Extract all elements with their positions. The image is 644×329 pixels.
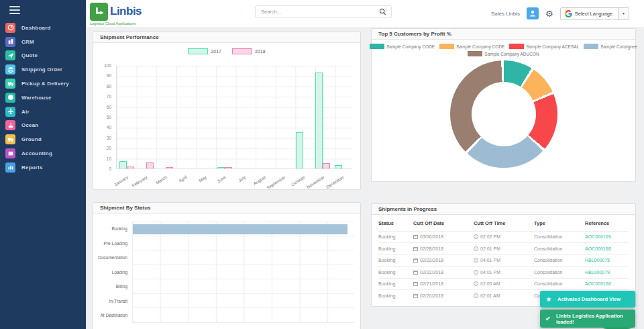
status-row-billing: Billing bbox=[93, 279, 354, 294]
status-row-booking: Booking bbox=[93, 222, 354, 236]
cell-date: 02/21/2018 bbox=[420, 281, 443, 286]
bar-plot bbox=[116, 66, 352, 169]
chart-legend: 20172018 bbox=[93, 47, 360, 55]
donut-legend-item[interactable]: Sample Company CODE bbox=[370, 44, 435, 49]
calendar-icon bbox=[413, 271, 418, 275]
settings-gear-icon[interactable]: ⚙ bbox=[545, 9, 553, 18]
column-header[interactable]: Status bbox=[378, 216, 413, 231]
bar-2017[interactable] bbox=[217, 167, 225, 169]
cell-date: 03/06/2018 bbox=[420, 234, 443, 239]
language-label: Select Language bbox=[575, 11, 618, 17]
legend-swatch bbox=[468, 51, 482, 56]
reference-link[interactable]: AOC000168 bbox=[585, 246, 611, 251]
bar-2018[interactable] bbox=[127, 167, 134, 169]
bar-2018[interactable] bbox=[323, 163, 330, 169]
legend-item-2017[interactable]: 2017 bbox=[188, 47, 221, 55]
x-tick-label: March bbox=[155, 175, 168, 185]
menu-toggle-icon[interactable] bbox=[0, 0, 86, 14]
sidebar-item-shipping-order[interactable]: Shipping Order bbox=[0, 62, 86, 77]
cell-status: Booking bbox=[378, 243, 413, 255]
month-slot bbox=[117, 66, 136, 169]
donut-legend-item[interactable]: Sample Consignee bbox=[584, 44, 637, 49]
legend-item-2018[interactable]: 2018 bbox=[232, 47, 266, 55]
donut-legend-item[interactable]: Sample Company CODE bbox=[439, 44, 504, 49]
ground-icon bbox=[5, 134, 15, 144]
bar-2017[interactable] bbox=[315, 73, 323, 169]
donut-legend-item[interactable]: Sample Company ADUCON bbox=[468, 51, 539, 56]
y-tick-label: 20 bbox=[107, 146, 111, 150]
status-track bbox=[132, 265, 354, 280]
sidebar-item-warehouse[interactable]: Warehouse bbox=[0, 91, 86, 105]
cell-time: 02:01 AM bbox=[480, 293, 500, 298]
sidebar-item-quote[interactable]: Quote bbox=[0, 49, 86, 63]
reference-link[interactable]: AOC000166 bbox=[585, 281, 611, 286]
sidebar-item-accounting[interactable]: Accounting bbox=[0, 146, 86, 160]
sidebar-item-air[interactable]: Air bbox=[0, 105, 86, 119]
logo-subtitle: Logistics Cloud Applications bbox=[90, 21, 142, 26]
reference-link[interactable]: HBL000075 bbox=[585, 258, 610, 263]
cell-date: 02/20/2018 bbox=[420, 293, 443, 298]
legend-swatch bbox=[232, 48, 252, 54]
sidebar-item-label: Dashboard bbox=[21, 25, 51, 31]
toast-app-loaded[interactable]: ✔ Linbis Logistics Application loaded! bbox=[540, 310, 635, 328]
status-category-label: In-Transit bbox=[93, 294, 132, 309]
sidebar-item-reports[interactable]: Reports bbox=[0, 160, 86, 175]
legend-label: Sample Company ADUCON bbox=[484, 52, 539, 56]
month-slot bbox=[195, 66, 215, 169]
search-box bbox=[255, 5, 392, 18]
language-selector[interactable]: Select Language ▼ bbox=[560, 7, 629, 20]
x-tick-label: September bbox=[266, 175, 286, 190]
shipment-by-status-panel: Shipment By Status BookingPre-LoadingDoc… bbox=[93, 202, 361, 329]
table-header-row: StatusCutt Off DateCutt Off TimeTypeRefe… bbox=[378, 216, 629, 231]
bar-2017[interactable] bbox=[119, 161, 127, 169]
user-name: Sales Linbis bbox=[491, 11, 520, 17]
air-icon bbox=[5, 107, 15, 117]
bar-2018[interactable] bbox=[225, 167, 232, 169]
y-axis-labels: 1009080706050403020100 bbox=[99, 66, 113, 169]
column-header[interactable]: Cutt Off Date bbox=[413, 216, 474, 231]
status-category-label: Billing bbox=[93, 279, 132, 294]
sidebar-item-ground[interactable]: Ground bbox=[0, 132, 86, 146]
column-header[interactable]: Type bbox=[534, 216, 585, 231]
linbis-logo[interactable]: Linbis Logistics Cloud Applications bbox=[90, 3, 142, 26]
shipment-performance-chart: 1009080706050403020100 JanuaryFebruaryMa… bbox=[99, 56, 355, 188]
bar-2017[interactable] bbox=[335, 165, 342, 169]
cell-date: 02/28/2018 bbox=[420, 246, 443, 251]
donut-legend-item[interactable]: Sample Company ACESAL bbox=[509, 44, 579, 49]
bar-2018[interactable] bbox=[166, 167, 173, 169]
cell-type: Consolidation bbox=[534, 243, 585, 255]
sidebar-item-dashboard[interactable]: Dashboard bbox=[0, 21, 86, 35]
search-icon[interactable] bbox=[379, 8, 386, 15]
month-slot bbox=[215, 66, 234, 169]
linbis-logo-icon bbox=[90, 3, 108, 21]
cell-time: 02:00 AM bbox=[480, 281, 500, 286]
sidebar-item-label: Reports bbox=[21, 164, 43, 171]
status-track bbox=[132, 236, 354, 251]
legend-swatch bbox=[439, 44, 454, 49]
cell-type: Consolidation bbox=[534, 231, 585, 243]
sidebar-item-pickup-delivery[interactable]: Pickup & Delivery bbox=[0, 77, 86, 91]
pickup-delivery-icon bbox=[5, 79, 15, 89]
sidebar-item-crm[interactable]: CRM bbox=[0, 35, 86, 49]
column-header[interactable]: Cutt Off Time bbox=[474, 216, 534, 231]
star-icon: ★ bbox=[540, 296, 557, 303]
bar-2018[interactable] bbox=[146, 162, 154, 169]
sidebar-item-label: Shipping Order bbox=[21, 66, 62, 73]
toast-dashboard-view[interactable]: ★ Activated Dashboard View bbox=[540, 291, 635, 308]
user-avatar[interactable] bbox=[527, 7, 539, 19]
sidebar-item-label: Pickup & Delivery bbox=[21, 81, 69, 87]
reference-link[interactable]: AOC000169 bbox=[585, 234, 611, 239]
search-input[interactable] bbox=[256, 9, 379, 15]
cell-status: Booking bbox=[378, 278, 413, 290]
x-tick-label: July bbox=[237, 175, 247, 183]
sidebar-item-ocean[interactable]: Ocean bbox=[0, 119, 86, 133]
status-bar[interactable] bbox=[133, 224, 347, 234]
column-header[interactable]: Reference bbox=[585, 216, 629, 231]
chevron-down-icon[interactable]: ▼ bbox=[618, 8, 629, 19]
legend-label: 2018 bbox=[255, 49, 266, 54]
reference-link[interactable]: HBL000079 bbox=[585, 270, 610, 275]
status-track bbox=[132, 308, 354, 323]
bar-2017[interactable] bbox=[296, 132, 303, 169]
status-category-label: Booking bbox=[93, 222, 132, 236]
legend-label: Sample Company ACESAL bbox=[526, 44, 579, 49]
